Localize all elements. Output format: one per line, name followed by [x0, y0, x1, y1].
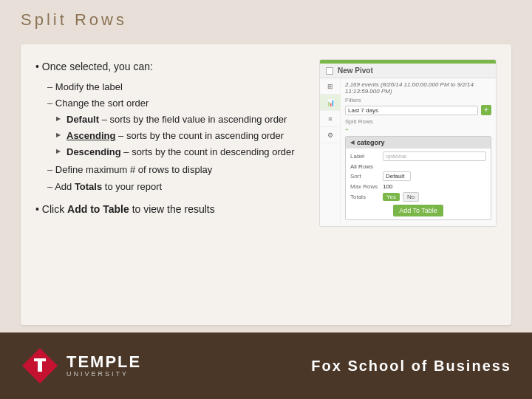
- dash-add-totals: Add Totals to your report: [35, 180, 307, 194]
- page-container: Split Rows • Once selected, you can: Mod…: [0, 0, 532, 399]
- totals-no-button[interactable]: No: [403, 192, 419, 202]
- maxrows-label: Max Rows: [350, 183, 380, 190]
- category-header: ◀ category: [346, 137, 491, 149]
- dash-modify-label: Modify the label: [35, 80, 307, 95]
- date-range: 2,169 events (8/26/14 11:00:00.000 PM to…: [345, 81, 491, 95]
- svg-rect-2: [38, 361, 42, 372]
- filter-row: Last 7 days +: [345, 105, 491, 115]
- main-area: 2,169 events (8/26/14 11:00:00.000 PM to…: [341, 78, 496, 226]
- filter-plus-btn[interactable]: +: [481, 105, 491, 115]
- category-name: category: [357, 139, 385, 146]
- filter-icon[interactable]: ≡: [320, 111, 341, 127]
- chart-icon[interactable]: 📊: [320, 95, 341, 111]
- sort-ascending: Ascending – sorts by the count in ascend…: [56, 129, 307, 143]
- settings-icon[interactable]: ⚙: [320, 127, 341, 143]
- dash-define-max: Define maximum # of rows to display: [35, 163, 307, 177]
- pivot-title: New Pivot: [338, 66, 373, 75]
- filter-dropdown[interactable]: Last 7 days: [345, 106, 478, 115]
- label-field-input[interactable]: optional: [383, 151, 486, 161]
- ui-panel: New Pivot ⊞ 📊 ≡ ⚙ 2,169 events (8/26/14: [319, 59, 497, 313]
- pivot-header: New Pivot: [320, 64, 496, 78]
- label-field-label: Label: [350, 153, 380, 160]
- split-rows-plus[interactable]: +: [345, 126, 491, 133]
- footer: TEMPLE UNIVERSITY Fox School of Business: [0, 332, 532, 399]
- pivot-body: ⊞ 📊 ≡ ⚙ 2,169 events (8/26/14 11:00:00.0…: [320, 78, 496, 226]
- sort-dropdown[interactable]: Default: [383, 171, 411, 181]
- pivot-checkbox: [326, 67, 333, 75]
- split-rows-label: Split Rows: [345, 118, 491, 125]
- ui-screenshot: New Pivot ⊞ 📊 ≡ ⚙ 2,169 events (8/26/14: [319, 59, 497, 227]
- school-name: Fox School of Business: [311, 358, 511, 375]
- main-content: • Once selected, you can: Modify the lab…: [0, 37, 532, 332]
- university-sub: UNIVERSITY: [66, 370, 141, 378]
- totals-row: Totals Yes No: [350, 192, 486, 202]
- sort-label: Sort: [350, 173, 380, 180]
- sort-descending: Descending – sorts by the count in desce…: [56, 145, 307, 160]
- footer-logo-area: TEMPLE UNIVERSITY: [21, 347, 311, 385]
- left-toolbar: ⊞ 📊 ≡ ⚙: [320, 78, 341, 226]
- sort-default: Default – sorts by the field value in as…: [56, 112, 307, 127]
- category-arrow-icon: ◀: [350, 140, 354, 146]
- grid-icon[interactable]: ⊞: [320, 78, 341, 95]
- category-panel: ◀ category Label optional All Rows: [345, 136, 491, 220]
- text-panel: • Once selected, you can: Modify the lab…: [35, 59, 307, 313]
- page-title: Split Rows: [21, 10, 511, 30]
- maxrows-row: Max Rows 100: [350, 183, 486, 190]
- all-rows-label: All Rows: [350, 163, 486, 170]
- bullet-once-selected: • Once selected, you can:: [35, 59, 307, 75]
- filters-label: Filters: [345, 97, 491, 103]
- label-field-row: Label optional: [350, 151, 486, 161]
- content-card: • Once selected, you can: Modify the lab…: [21, 44, 511, 325]
- temple-logo-icon: [21, 347, 59, 385]
- totals-label: Totals: [350, 194, 380, 200]
- category-body: Label optional All Rows Sort Default: [346, 149, 491, 219]
- sort-options-list: Default – sorts by the field value in as…: [56, 112, 307, 160]
- sort-row: Sort Default: [350, 171, 486, 181]
- maxrows-value: 100: [383, 183, 392, 190]
- totals-yes-button[interactable]: Yes: [383, 193, 400, 201]
- university-name: TEMPLE: [66, 354, 141, 370]
- add-to-table-button[interactable]: Add To Table: [393, 205, 443, 216]
- bullet-click-add: • Click Add to Table to view the results: [35, 202, 307, 218]
- dash-change-sort: Change the sort order: [35, 96, 307, 111]
- header: Split Rows: [0, 0, 532, 37]
- svg-rect-1: [34, 358, 46, 361]
- temple-text: TEMPLE UNIVERSITY: [66, 354, 141, 378]
